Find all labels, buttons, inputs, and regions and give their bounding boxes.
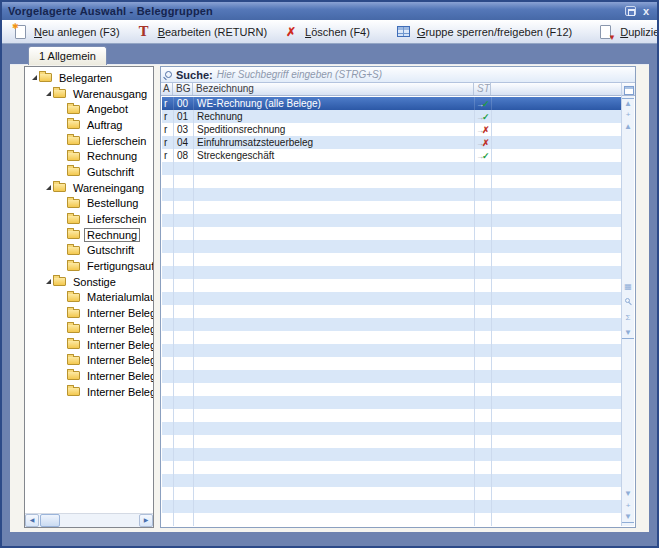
tree-item-gutschrift[interactable]: Gutschrift bbox=[25, 243, 153, 259]
search-input[interactable]: Hier Suchbegriff eingeben (STRG+S) bbox=[217, 69, 382, 80]
empty-cell bbox=[194, 409, 475, 422]
empty-cell bbox=[174, 370, 194, 383]
folder-icon bbox=[67, 293, 80, 302]
tree-item-lieferschein[interactable]: Lieferschein bbox=[25, 211, 153, 227]
table-empty-row bbox=[162, 487, 621, 500]
gruppe-sperren-freigeben-button[interactable]: Gruppe sperren/freigeben (F12) bbox=[392, 23, 580, 41]
tree-item-interner-beleg-1-pps-[interactable]: Interner Beleg 1 (PPS) bbox=[25, 321, 153, 337]
folder-icon bbox=[67, 356, 80, 365]
loeschen-button[interactable]: ✗Löschen (F4) bbox=[279, 23, 378, 41]
tree-expander-placeholder bbox=[59, 309, 67, 317]
column-header-a[interactable]: A bbox=[161, 83, 173, 95]
tree-item-angebot[interactable]: Angebot bbox=[25, 101, 153, 117]
tree-item-belegarten[interactable]: Belegarten bbox=[25, 70, 153, 86]
scroll-right-icon[interactable]: ▶ bbox=[139, 514, 153, 527]
tree-item-label: Bestellung bbox=[84, 196, 141, 210]
tree-horizontal-scrollbar[interactable]: ◀ ▶ bbox=[25, 513, 153, 527]
scroll-page-down-icon[interactable]: + bbox=[622, 501, 634, 511]
tree-expander-icon[interactable] bbox=[45, 278, 53, 286]
empty-cell bbox=[194, 318, 475, 331]
table-empty-row bbox=[162, 253, 621, 266]
empty-cell bbox=[492, 266, 621, 279]
table-row[interactable]: r04Einfuhrumsatzsteuerbeleg→✗ bbox=[162, 136, 621, 149]
folder-icon bbox=[67, 167, 80, 176]
tree-expander-icon[interactable] bbox=[45, 184, 53, 192]
neu-anlegen-button[interactable]: Neu anlegen (F3) bbox=[8, 23, 128, 41]
tree-item-bestellung[interactable]: Bestellung bbox=[25, 196, 153, 212]
cell-bg: 01 bbox=[174, 110, 194, 123]
table-row[interactable]: r08Streckengeschäft→✓ bbox=[162, 149, 621, 162]
duplizieren-button[interactable]: Duplizieren (F8) bbox=[594, 23, 659, 41]
cell-bezeichnung: Rechnung bbox=[194, 110, 475, 123]
close-button[interactable]: x bbox=[641, 6, 651, 16]
scroll-down-icon[interactable]: ▼ bbox=[622, 489, 634, 499]
empty-cell bbox=[492, 370, 621, 383]
scroll-to-top-icon[interactable]: ▲ bbox=[622, 98, 634, 109]
tree-expander-icon[interactable] bbox=[45, 90, 53, 98]
tree-item-interner-beleg-4-pps-[interactable]: Interner Beleg 4 (PPS) bbox=[25, 368, 153, 384]
scrollbar-thumb[interactable] bbox=[40, 514, 60, 527]
scroll-page-up-icon[interactable]: + bbox=[622, 110, 634, 120]
table-empty-row bbox=[162, 240, 621, 253]
bearbeiten-button[interactable]: TBearbeiten (RETURN) bbox=[132, 23, 275, 41]
tree-item-label: Rechnung bbox=[84, 228, 140, 242]
folder-icon bbox=[67, 136, 80, 145]
restore-button[interactable] bbox=[625, 6, 636, 16]
search-bar[interactable]: Suche: Hier Suchbegriff eingeben (STRG+S… bbox=[161, 67, 635, 83]
grid-side-strip: ▲+▲▦Σ▼▼+▼ bbox=[621, 83, 634, 526]
folder-icon bbox=[67, 120, 80, 129]
status-active-icon: →✓ bbox=[476, 111, 490, 123]
column-header-rest[interactable] bbox=[491, 83, 635, 95]
empty-cell bbox=[492, 292, 621, 305]
tree-item-lieferschein[interactable]: Lieferschein bbox=[25, 133, 153, 149]
tree-item-interner-beleg-5-pps-[interactable]: Interner Beleg 5 (PPS) bbox=[25, 384, 153, 400]
empty-cell bbox=[162, 292, 174, 305]
column-header-st[interactable]: ST bbox=[474, 83, 491, 95]
magnifier-strip-icon[interactable] bbox=[625, 298, 630, 303]
empty-cell bbox=[492, 305, 621, 318]
tree-item-materialumlauf-reparatur[interactable]: Materialumlauf/Reparatur bbox=[25, 290, 153, 306]
table-row[interactable]: r00WE-Rechnung (alle Belege)→✓ bbox=[162, 97, 621, 110]
empty-cell bbox=[475, 175, 492, 188]
dialog-window: Vorgelagerte Auswahl - Beleggruppen x Ne… bbox=[0, 0, 659, 548]
empty-cell bbox=[174, 201, 194, 214]
scroll-to-bottom-icon[interactable]: ▼ bbox=[622, 512, 634, 523]
column-header-name[interactable]: Bezeichnung bbox=[193, 83, 474, 95]
empty-cell bbox=[475, 188, 492, 201]
tree-expander-icon[interactable] bbox=[31, 74, 39, 82]
empty-cell bbox=[492, 331, 621, 344]
tree-item-warenausgang[interactable]: Warenausgang bbox=[25, 86, 153, 102]
tree-item-interner-beleg-2-pps-[interactable]: Interner Beleg 2 (PPS) bbox=[25, 337, 153, 353]
empty-cell bbox=[475, 344, 492, 357]
table-row[interactable]: r03Speditionsrechnung→✗ bbox=[162, 123, 621, 136]
filter-icon[interactable]: ▼ bbox=[622, 328, 634, 339]
status-mark: ✓ bbox=[482, 111, 490, 123]
sum-icon[interactable]: Σ bbox=[622, 313, 634, 323]
empty-cell bbox=[162, 409, 174, 422]
tree-item-auftrag[interactable]: Auftrag bbox=[25, 117, 153, 133]
table-row[interactable]: r01Rechnung→✓ bbox=[162, 110, 621, 123]
tree-item-wareneingang[interactable]: Wareneingang bbox=[25, 180, 153, 196]
tree-item-rechnung[interactable]: Rechnung bbox=[25, 227, 153, 243]
tree-item-sonstige[interactable]: Sonstige bbox=[25, 274, 153, 290]
tree-item-interner-beleg[interactable]: Interner Beleg bbox=[25, 305, 153, 321]
tree-item-fertigungsauftrag-pps-[interactable]: Fertigungsauftrag (PPS) bbox=[25, 258, 153, 274]
empty-cell bbox=[194, 305, 475, 318]
tree-item-interner-beleg-3-pps-[interactable]: Interner Beleg 3 (PPS) bbox=[25, 352, 153, 368]
column-header-bg[interactable]: BG bbox=[173, 83, 193, 95]
tree-item-label: Wareneingang bbox=[70, 181, 147, 195]
empty-cell bbox=[492, 253, 621, 266]
empty-cell bbox=[174, 227, 194, 240]
tab-allgemein[interactable]: 1 Allgemein bbox=[28, 46, 107, 65]
scroll-up-icon[interactable]: ▲ bbox=[622, 122, 634, 132]
grid-view-icon[interactable]: ▦ bbox=[622, 282, 634, 292]
column-chooser-icon[interactable] bbox=[622, 83, 634, 96]
tree-item-label: Lieferschein bbox=[84, 212, 149, 226]
cell-bg: 08 bbox=[174, 149, 194, 162]
empty-cell bbox=[162, 305, 174, 318]
scroll-left-icon[interactable]: ◀ bbox=[25, 514, 39, 527]
tree-item-rechnung[interactable]: Rechnung bbox=[25, 148, 153, 164]
empty-cell bbox=[475, 305, 492, 318]
tree-item-gutschrift[interactable]: Gutschrift bbox=[25, 164, 153, 180]
empty-cell bbox=[475, 409, 492, 422]
